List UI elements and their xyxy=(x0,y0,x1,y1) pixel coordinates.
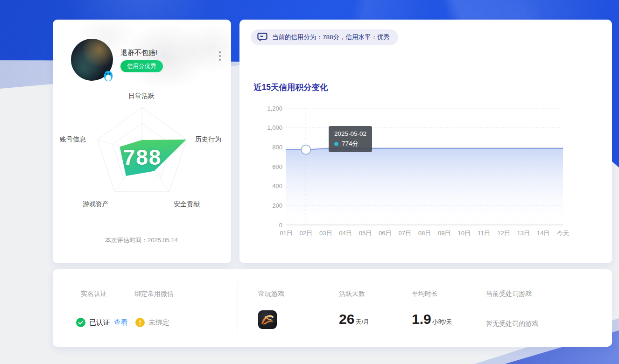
svg-text:今天: 今天 xyxy=(557,230,569,237)
svg-text:11日: 11日 xyxy=(478,230,490,237)
realname-status-text: 已认证 xyxy=(89,318,110,327)
active-days-value: 26 天/月 xyxy=(339,311,369,327)
svg-text:400: 400 xyxy=(272,182,282,189)
credit-score-value: 788 xyxy=(123,145,162,170)
active-days-number: 26 xyxy=(339,311,354,327)
evaluation-time: 本次评估时间：2025.05.14 xyxy=(105,236,178,245)
radar-axis-label: 账号信息 xyxy=(60,135,86,144)
credit-trend-chart[interactable]: 02004006008001,0001,20001日02日03日04日05日06… xyxy=(263,103,571,238)
credit-level-badge: 信用分优秀 xyxy=(120,60,163,72)
more-menu-icon[interactable] xyxy=(217,49,223,63)
punish-status-text: 暂无受处罚的游戏 xyxy=(486,320,538,328)
wechat-status-text: 未绑定 xyxy=(148,318,169,327)
radar-axis-label: 游戏资产 xyxy=(83,200,109,209)
svg-text:1,200: 1,200 xyxy=(267,105,282,112)
chart-title: 近15天信用积分变化 xyxy=(253,82,328,93)
games-label: 常玩游戏 xyxy=(258,290,284,298)
svg-text:14日: 14日 xyxy=(537,230,549,237)
svg-text:0: 0 xyxy=(279,222,282,229)
game-icon[interactable] xyxy=(258,310,277,329)
qq-penguin-icon xyxy=(102,70,114,82)
tooltip-value: 774分 xyxy=(342,139,359,149)
svg-text:07日: 07日 xyxy=(398,230,411,237)
account-summary-card: 实名认证 绑定常用微信 常玩游戏 活跃天数 平均时长 当前受处罚游戏 已认证 查… xyxy=(53,269,612,347)
svg-text:12日: 12日 xyxy=(497,230,510,237)
avg-time-unit: 小时/天 xyxy=(432,318,452,326)
svg-text:06日: 06日 xyxy=(379,230,391,237)
profile-card: 退群不包赔! 信用分优秀 日常活跃 历史行为 安全贡献 游戏资产 账号信息 78… xyxy=(53,20,231,263)
credit-score-page: 退群不包赔! 信用分优秀 日常活跃 历史行为 安全贡献 游戏资产 账号信息 78… xyxy=(0,0,619,364)
vertical-divider xyxy=(238,281,238,334)
svg-text:08日: 08日 xyxy=(418,230,431,237)
svg-text:200: 200 xyxy=(272,202,282,209)
tooltip-date: 2025-05-02 xyxy=(334,129,366,139)
wechat-status: 未绑定 xyxy=(135,318,169,327)
svg-text:03日: 03日 xyxy=(319,230,332,237)
score-panel-card: 当前的信用分为：788分，信用水平：优秀 近15天信用积分变化 02004006… xyxy=(239,20,612,263)
svg-text:600: 600 xyxy=(272,163,282,170)
view-link[interactable]: 查看 xyxy=(114,318,128,327)
svg-text:02日: 02日 xyxy=(300,230,312,237)
realname-label: 实名认证 xyxy=(81,290,107,298)
nickname: 退群不包赔! xyxy=(120,49,157,57)
active-days-label: 活跃天数 xyxy=(339,290,365,298)
svg-text:10日: 10日 xyxy=(457,230,470,237)
radar-axis-label: 安全贡献 xyxy=(174,200,200,209)
series-dot-icon xyxy=(334,142,338,146)
warning-icon xyxy=(135,318,145,327)
credit-summary-banner: 当前的信用分为：788分，信用水平：优秀 xyxy=(251,29,398,45)
punish-label: 当前受处罚游戏 xyxy=(486,290,532,298)
realname-status: 已认证 查看 xyxy=(76,318,128,327)
svg-text:01日: 01日 xyxy=(280,230,292,237)
svg-text:1,000: 1,000 xyxy=(267,124,282,131)
svg-text:800: 800 xyxy=(272,144,282,151)
avg-time-number: 1.9 xyxy=(412,311,431,327)
credit-summary-text: 当前的信用分为：788分，信用水平：优秀 xyxy=(272,33,390,42)
message-bubble-icon xyxy=(257,33,267,42)
chart-tooltip: 2025-05-02 774分 xyxy=(329,126,372,152)
avg-time-value: 1.9 小时/天 xyxy=(412,311,452,327)
svg-text:05日: 05日 xyxy=(359,230,372,237)
svg-text:13日: 13日 xyxy=(517,230,530,237)
radar-axis-label: 日常活跃 xyxy=(128,92,155,100)
svg-text:04日: 04日 xyxy=(339,230,352,237)
svg-text:09日: 09日 xyxy=(438,230,450,237)
avg-time-label: 平均时长 xyxy=(412,290,438,298)
wechat-bind-label: 绑定常用微信 xyxy=(134,290,174,298)
radar-axis-label: 历史行为 xyxy=(195,135,221,144)
avatar xyxy=(71,39,113,81)
verified-check-icon xyxy=(76,318,85,327)
active-days-unit: 天/月 xyxy=(355,318,369,326)
